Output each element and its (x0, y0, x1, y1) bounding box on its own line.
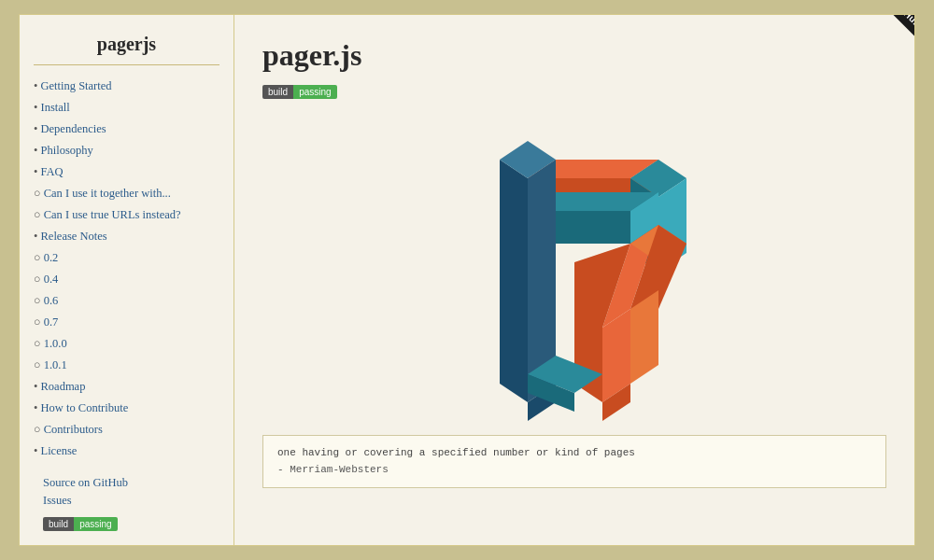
sidebar-title: pagerjs (34, 34, 219, 65)
sidebar-nav-link[interactable]: 0.4 (44, 273, 59, 286)
sidebar-nav-item: Philosophy (34, 141, 219, 160)
sidebar-nav-item: 0.7 (34, 313, 219, 331)
pagerjs-logo (444, 122, 705, 421)
sidebar-nav-item: Can I use true URLs instead? (34, 205, 219, 224)
sidebar-badge-build-label: build (43, 517, 74, 531)
main-badge-build-label: build (262, 85, 293, 99)
sidebar-nav-link[interactable]: 0.2 (44, 251, 59, 264)
sidebar-extra-link[interactable]: Issues (34, 494, 219, 508)
quote-attribution: - Merriam-Websters (277, 462, 871, 479)
sidebar-nav-link[interactable]: 0.6 (44, 294, 59, 307)
sidebar-nav-item: Roadmap (34, 377, 219, 396)
sidebar-nav-link[interactable]: How to Contribute (41, 401, 129, 414)
sidebar-nav-item: FAQ (34, 162, 219, 181)
sidebar: pagerjs Getting StartedInstallDependenci… (20, 15, 234, 545)
sidebar-nav-link[interactable]: 0.7 (44, 315, 59, 329)
sidebar-extra-link[interactable]: Source on GitHub (34, 476, 219, 490)
svg-marker-14 (500, 160, 528, 402)
sidebar-nav-item: 0.4 (34, 270, 219, 288)
sidebar-nav-link[interactable]: License (41, 444, 78, 457)
quote-text: one having or covering a specified numbe… (277, 445, 871, 462)
sidebar-nav: Getting StartedInstallDependenciesPhilos… (34, 77, 219, 460)
sidebar-nav-item: 0.2 (34, 248, 219, 267)
sidebar-extra: Source on GitHubIssues (34, 471, 219, 508)
sidebar-nav-item: Release Notes (34, 227, 219, 245)
sidebar-nav-item: Getting Started (34, 77, 219, 95)
fork-ribbon[interactable]: Fork me on GitHub (821, 15, 914, 108)
main-content: pager.js buildpassing (234, 15, 914, 545)
main-badge-passing-label: passing (293, 85, 336, 99)
sidebar-nav-item: License (34, 441, 219, 460)
sidebar-nav-link[interactable]: Contributors (44, 423, 103, 436)
sidebar-nav-item: Can I use it together with... (34, 184, 219, 203)
sidebar-nav-link[interactable]: Roadmap (41, 380, 86, 393)
sidebar-nav-link[interactable]: 1.0.0 (44, 337, 67, 350)
sidebar-nav-item: How to Contribute (34, 399, 219, 417)
sidebar-nav-link[interactable]: Can I use true URLs instead? (44, 208, 181, 221)
sidebar-nav-link[interactable]: 1.0.1 (44, 358, 67, 371)
main-build-badge: buildpassing (262, 85, 337, 99)
quote-box: one having or covering a specified numbe… (262, 435, 886, 488)
sidebar-nav-link[interactable]: Can I use it together with... (44, 187, 171, 200)
logo-area (262, 122, 886, 421)
sidebar-nav-link[interactable]: Dependencies (41, 122, 106, 135)
sidebar-nav-item: 0.6 (34, 291, 219, 310)
sidebar-nav-item: Contributors (34, 420, 219, 439)
sidebar-badge-passing-label: passing (74, 517, 117, 531)
sidebar-nav-link[interactable]: FAQ (41, 165, 64, 178)
sidebar-nav-link[interactable]: Philosophy (41, 144, 93, 157)
sidebar-nav-link[interactable]: Release Notes (41, 230, 107, 243)
sidebar-nav-item: Dependencies (34, 119, 219, 138)
sidebar-nav-item: 1.0.1 (34, 356, 219, 374)
sidebar-nav-link[interactable]: Getting Started (41, 79, 112, 92)
sidebar-nav-link[interactable]: Install (41, 101, 70, 114)
fork-ribbon-link[interactable]: Fork me on GitHub (833, 15, 914, 47)
main-title: pager.js (262, 38, 886, 73)
sidebar-nav-item: 1.0.0 (34, 334, 219, 353)
page-wrapper: Fork me on GitHub pagerjs Getting Starte… (19, 14, 915, 546)
sidebar-nav-item: Install (34, 98, 219, 117)
sidebar-build-badge: buildpassing (34, 517, 219, 531)
